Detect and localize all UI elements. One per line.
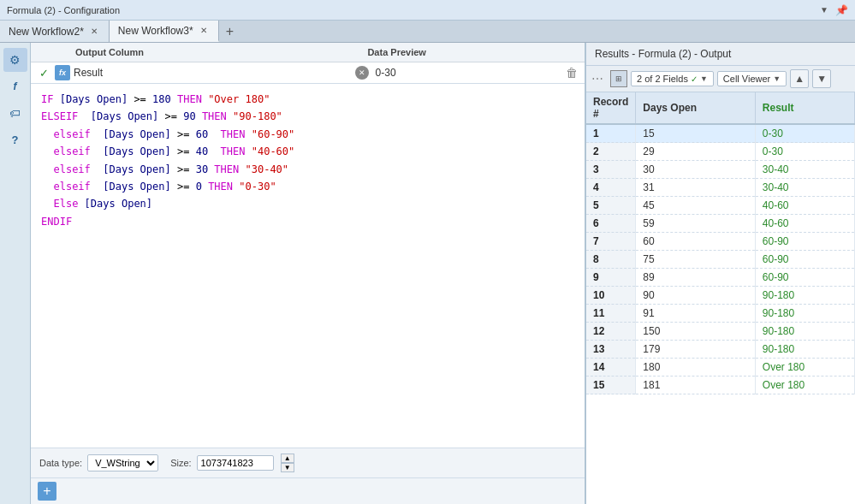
size-decrement-button[interactable]: ▼ [281, 463, 294, 472]
row-delete-icon[interactable]: 🗑 [564, 65, 579, 80]
code-line-1: IF [Days Open] >= 180 THEN "Over 180" [41, 91, 574, 108]
table-view-icon[interactable]: ⊞ [610, 70, 627, 87]
datatype-select[interactable]: V_WString String Int32 Double [87, 454, 158, 471]
table-row[interactable]: 119190-180 [586, 305, 855, 323]
table-row[interactable]: 14180Over 180 [586, 359, 855, 377]
cell-result: 60-90 [755, 233, 854, 251]
toolbar-menu-icon[interactable]: ⋯ [591, 72, 603, 86]
cell-days-open: 15 [636, 124, 756, 143]
table-row[interactable]: 76060-90 [586, 233, 855, 251]
cell-result: 90-180 [755, 341, 854, 359]
cell-record: 8 [586, 251, 636, 269]
formula-row-preview: 0-30 [372, 67, 561, 79]
table-row[interactable]: 87560-90 [586, 251, 855, 269]
sidebar-icon-formula[interactable]: f [3, 74, 27, 98]
cell-record: 4 [586, 179, 636, 197]
results-header: Results - Formula (2) - Output [586, 43, 855, 66]
cell-result: Over 180 [755, 359, 854, 377]
cell-record: 12 [586, 323, 636, 341]
tab-add-button[interactable]: + [219, 21, 240, 42]
tab-workflow3-close[interactable]: ✕ [198, 25, 210, 37]
row-type-icon: fx [55, 65, 70, 80]
tab-workflow2[interactable]: New Workflow2* ✕ [0, 21, 110, 42]
viewer-chevron-icon: ▼ [773, 74, 781, 83]
scroll-down-button[interactable]: ▼ [812, 69, 831, 88]
table-row[interactable]: 33030-40 [586, 161, 855, 179]
scroll-up-button[interactable]: ▲ [790, 69, 809, 88]
cell-record: 13 [586, 341, 636, 359]
cell-record: 5 [586, 197, 636, 215]
viewer-dropdown[interactable]: Cell Viewer ▼ [717, 71, 787, 86]
cell-record: 3 [586, 161, 636, 179]
dropdown-icon[interactable]: ▼ [820, 5, 828, 15]
preview-column-header: Data Preview [367, 47, 562, 57]
tab-workflow2-close[interactable]: ✕ [88, 26, 100, 38]
cell-days-open: 29 [636, 143, 756, 161]
table-row[interactable]: 54540-60 [586, 197, 855, 215]
cell-result: 40-60 [755, 197, 854, 215]
col-daysopen-header: Days Open [636, 92, 756, 124]
code-editor[interactable]: IF [Days Open] >= 180 THEN "Over 180" EL… [31, 84, 585, 448]
size-label: Size: [170, 458, 191, 468]
add-formula-button[interactable]: + [38, 482, 56, 501]
cell-days-open: 89 [636, 269, 756, 287]
code-line-3: elseif [Days Open] >= 60 THEN "60-90" [41, 126, 574, 143]
size-input[interactable] [197, 455, 274, 471]
table-row[interactable]: 109090-180 [586, 287, 855, 305]
table-row[interactable]: 43130-40 [586, 179, 855, 197]
size-increment-button[interactable]: ▲ [281, 454, 294, 463]
table-row[interactable]: 1150-30 [586, 124, 855, 143]
pin-icon[interactable]: 📌 [835, 4, 848, 16]
cell-days-open: 150 [636, 323, 756, 341]
cell-days-open: 181 [636, 377, 756, 394]
sidebar: ⚙ f 🏷 ? [0, 43, 31, 504]
cell-result: 30-40 [755, 161, 854, 179]
results-toolbar: ⋯ ⊞ 2 of 2 Fields ✓ ▼ Cell Viewer ▼ ▲ ▼ [586, 66, 855, 92]
cell-record: 9 [586, 269, 636, 287]
cell-days-open: 91 [636, 305, 756, 323]
formula-config-title: Formula (2) - Configuration [7, 5, 820, 15]
row-check-icon[interactable]: ✓ [36, 65, 51, 80]
tab-workflow3[interactable]: New Workflow3* ✕ [110, 21, 219, 42]
cell-record: 1 [586, 124, 636, 143]
col-record-header: Record # [586, 92, 636, 124]
cell-record: 11 [586, 305, 636, 323]
fields-dropdown[interactable]: 2 of 2 Fields ✓ ▼ [631, 71, 714, 86]
table-row[interactable]: 1317990-180 [586, 341, 855, 359]
cell-record: 10 [586, 287, 636, 305]
code-line-5: elseif [Days Open] >= 30 THEN "30-40" [41, 161, 574, 178]
sidebar-icon-settings[interactable]: ⚙ [3, 48, 27, 72]
table-row[interactable]: 1215090-180 [586, 323, 855, 341]
table-row[interactable]: 98960-90 [586, 269, 855, 287]
cell-result: 90-180 [755, 323, 854, 341]
table-row[interactable]: 2290-30 [586, 143, 855, 161]
table-row[interactable]: 65940-60 [586, 215, 855, 233]
cell-days-open: 45 [636, 197, 756, 215]
data-table[interactable]: Record # Days Open Result 1150-302290-30… [586, 92, 855, 504]
tab-workflow2-label: New Workflow2* [9, 26, 84, 38]
cell-record: 14 [586, 359, 636, 377]
datatype-label: Data type: [39, 458, 82, 468]
cell-result: 60-90 [755, 269, 854, 287]
table-row[interactable]: 15181Over 180 [586, 377, 855, 394]
formula-row-name[interactable]: Result [74, 67, 352, 79]
cell-result: 0-30 [755, 124, 854, 143]
cell-days-open: 60 [636, 233, 756, 251]
code-line-6: elseif [Days Open] >= 0 THEN "0-30" [41, 178, 574, 195]
cell-days-open: 31 [636, 179, 756, 197]
cell-record: 2 [586, 143, 636, 161]
preview-x-icon: ✕ [355, 66, 369, 80]
fields-chevron-icon: ▼ [700, 74, 708, 83]
cell-days-open: 180 [636, 359, 756, 377]
col-result-header: Result [755, 92, 854, 124]
cell-result: 60-90 [755, 251, 854, 269]
cell-days-open: 75 [636, 251, 756, 269]
sidebar-icon-help[interactable]: ? [3, 127, 27, 151]
sidebar-icon-tag[interactable]: 🏷 [3, 101, 27, 125]
code-line-7: Else [Days Open] [41, 195, 574, 212]
cell-result: Over 180 [755, 377, 854, 394]
cell-result: 90-180 [755, 305, 854, 323]
cell-result: 30-40 [755, 179, 854, 197]
fields-check-icon: ✓ [691, 74, 698, 84]
code-line-8: ENDIF [41, 213, 574, 230]
